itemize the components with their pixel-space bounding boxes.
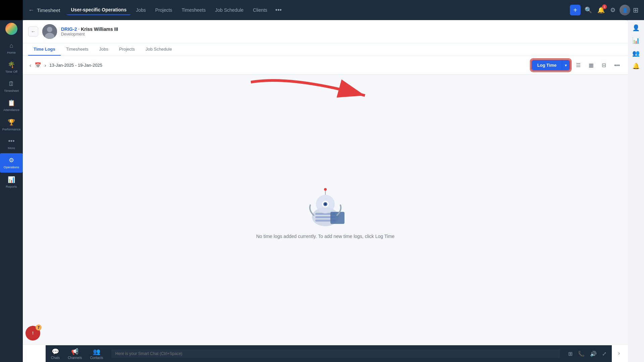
sidebar-item-label-operations: Operations — [4, 165, 19, 169]
sidebar-item-label-more: More — [8, 146, 15, 150]
chats-label: Chats — [51, 356, 60, 360]
timesheet-icon: 🗓 — [8, 80, 14, 87]
smart-chat-input[interactable] — [111, 349, 560, 358]
navbar-notifications-button[interactable]: 🔔 1 — [596, 5, 606, 15]
list-view-button[interactable]: ☰ — [573, 61, 583, 70]
navbar-settings-button[interactable]: ⚙ — [609, 5, 617, 15]
sidebar-item-reports[interactable]: 📊 Reports — [0, 173, 23, 192]
user-department: Development — [61, 32, 118, 37]
rs-icon-4[interactable]: 🔔 — [632, 62, 640, 70]
navbar-search-button[interactable]: 🔍 — [583, 5, 593, 15]
content-wrapper: ← DRIG-2 · Kriss Williams III Developmen… — [23, 20, 628, 362]
phone-icon[interactable]: 📞 — [578, 351, 585, 357]
tab-projects[interactable]: Projects — [114, 43, 140, 56]
content-back-button[interactable]: ← — [28, 26, 38, 37]
empty-illustration — [299, 180, 352, 234]
tab-timesheets[interactable]: Timesheets — [61, 43, 94, 56]
contacts-label: Contacts — [90, 356, 103, 360]
sidebar-item-label-home: Home — [7, 51, 15, 54]
performance-icon: 🏆 — [8, 119, 15, 126]
tab-jobs[interactable]: Jobs — [94, 43, 114, 56]
navbar-add-button[interactable]: + — [570, 5, 581, 15]
svg-rect-8 — [330, 212, 344, 224]
notification-widget[interactable]: ! 7 — [23, 323, 43, 343]
log-time-button-group: Log Time ▾ — [531, 59, 571, 71]
navbar-user-avatar[interactable]: 👤 — [620, 5, 630, 15]
content-tab-bar: Time Logs Timesheets Jobs Projects Job S… — [23, 43, 628, 56]
footer-next-button[interactable]: › — [618, 350, 620, 356]
toolbar-more-button[interactable]: ••• — [611, 61, 623, 70]
chats-button[interactable]: 💬 Chats — [51, 348, 60, 360]
user-full-name: DRIG-2 · Kriss Williams III — [61, 26, 118, 32]
more-icon: ••• — [8, 138, 15, 145]
sidebar-item-label-performance: Performance — [2, 127, 20, 131]
right-sidebar: 👤 📊 👥 🔔 — [628, 20, 644, 362]
top-navbar: ← Timesheet User-specific Operations Job… — [23, 0, 644, 20]
sidebar-item-attendance[interactable]: 📋 Attendance — [0, 96, 23, 115]
time-off-icon: 🌴 — [8, 61, 15, 68]
prev-date-button[interactable]: ‹ — [28, 61, 33, 69]
sidebar-item-label-reports: Reports — [6, 185, 17, 188]
channels-icon: 📢 — [71, 348, 78, 355]
next-date-button[interactable]: › — [43, 61, 48, 69]
channels-label: Channels — [68, 356, 82, 360]
nav-item-user-specific-ops[interactable]: User-specific Operations — [67, 5, 130, 15]
tab-job-schedule[interactable]: Job Schedule — [140, 43, 177, 56]
reports-icon: 📊 — [8, 176, 15, 183]
log-time-dropdown-button[interactable]: ▾ — [562, 60, 570, 70]
left-sidebar: ⌂ Home 🌴 Time Off 🗓 Timesheet 📋 Attendan… — [0, 20, 23, 362]
contacts-button[interactable]: 👥 Contacts — [90, 348, 103, 360]
filter-button[interactable]: ⊟ — [599, 61, 609, 70]
navbar-title: Timesheet — [37, 7, 60, 13]
speaker-icon[interactable]: 🔊 — [590, 351, 597, 357]
svg-point-12 — [324, 203, 326, 205]
notification-count: 7 — [36, 324, 42, 330]
date-range-label: 13-Jan-2025 - 19-Jan-2025 — [49, 63, 102, 68]
channels-button[interactable]: 📢 Channels — [68, 348, 82, 360]
sidebar-item-time-off[interactable]: 🌴 Time Off — [0, 58, 23, 77]
rs-icon-2[interactable]: 📊 — [632, 37, 640, 44]
bottom-right-actions: ⊞ 📞 🔊 ⤢ — [568, 351, 606, 357]
sidebar-item-label-timesheet: Timesheet — [4, 89, 19, 93]
log-time-button[interactable]: Log Time — [532, 60, 562, 70]
content-toolbar: ‹ 📅 › 13-Jan-2025 - 19-Jan-2025 Log Time… — [23, 56, 628, 75]
tab-time-logs[interactable]: Time Logs — [28, 43, 61, 56]
empty-state-message: No time logs added currently. To add new… — [256, 234, 395, 239]
rs-icon-1[interactable]: 👤 — [632, 24, 640, 32]
contacts-icon: 👥 — [93, 348, 100, 355]
user-info: DRIG-2 · Kriss Williams III Development — [61, 26, 118, 37]
user-header-card: ← DRIG-2 · Kriss Williams III Developmen… — [23, 20, 628, 43]
home-icon: ⌂ — [10, 42, 13, 49]
calendar-icon[interactable]: 📅 — [35, 62, 41, 68]
nav-item-timesheets[interactable]: Timesheets — [177, 5, 210, 15]
user-avatar — [42, 24, 57, 39]
nav-item-jobs[interactable]: Jobs — [132, 5, 150, 15]
date-navigation: ‹ 📅 › 13-Jan-2025 - 19-Jan-2025 — [28, 61, 102, 69]
sidebar-item-more[interactable]: ••• More — [0, 134, 23, 153]
sidebar-item-home[interactable]: ⌂ Home — [0, 39, 23, 58]
nav-item-job-schedule[interactable]: Job Schedule — [211, 5, 248, 15]
calendar-view-button[interactable]: ▦ — [586, 61, 596, 70]
navbar-more-button[interactable]: ••• — [273, 5, 284, 16]
navbar-back-button[interactable]: ← — [28, 7, 34, 14]
svg-point-1 — [47, 27, 52, 32]
svg-point-14 — [324, 188, 327, 191]
navbar-right-actions: + 🔍 🔔 1 ⚙ 👤 ⊞ — [570, 5, 639, 15]
expand-icon[interactable]: ⤢ — [602, 351, 606, 357]
nav-item-projects[interactable]: Projects — [151, 5, 176, 15]
sidebar-logo — [5, 23, 17, 35]
sidebar-item-operations[interactable]: ⚙ Operations — [0, 153, 23, 172]
sidebar-item-timesheet[interactable]: 🗓 Timesheet — [0, 77, 23, 96]
empty-state: No time logs added currently. To add new… — [23, 75, 628, 344]
nav-item-clients[interactable]: Clients — [249, 5, 271, 15]
sidebar-item-label-time-off: Time Off — [5, 70, 17, 73]
sidebar-item-performance[interactable]: 🏆 Performance — [0, 115, 23, 134]
operations-icon: ⚙ — [9, 157, 14, 164]
rs-icon-3[interactable]: 👥 — [632, 50, 640, 57]
grid-icon[interactable]: ⊞ — [568, 351, 573, 357]
notification-badge: 1 — [602, 4, 607, 9]
attendance-icon: 📋 — [8, 99, 15, 107]
chats-icon: 💬 — [52, 348, 59, 355]
sidebar-item-label-attendance: Attendance — [3, 108, 19, 112]
navbar-grid-button[interactable]: ⊞ — [633, 6, 639, 14]
